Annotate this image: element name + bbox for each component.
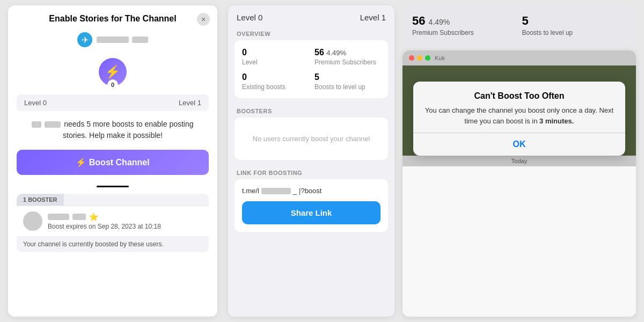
center-panel: Level 0 Level 1 OVERVIEW 0 Level 56 4.49… (228, 5, 394, 317)
alert-dialog: Can't Boost Too Often You can change the… (413, 82, 625, 156)
share-link-button[interactable]: Share Link (242, 201, 380, 224)
overview-item-premium: 56 4.49% Premium Subscribers (314, 48, 380, 66)
stat-boosts-value: 5 (522, 14, 627, 28)
traffic-light-yellow (417, 55, 422, 61)
link-separator: _ (293, 187, 297, 195)
overview-level-value: 0 (242, 48, 308, 57)
overview-level-label: Level (242, 58, 308, 66)
close-button[interactable]: × (197, 13, 210, 26)
stat-block-boosts: 5 Boosts to level up (522, 14, 627, 36)
stat-premium-value: 56 4.49% (412, 14, 517, 28)
booster-info: ⭐ Boost expires on Sep 28, 2023 at 10:18 (48, 213, 202, 230)
booster-tag: 1 BOOSTER (17, 194, 64, 206)
link-channel-redacted (261, 188, 291, 194)
right-panel: 56 4.49% Premium Subscribers 5 Boosts to… (400, 0, 644, 322)
booster-section: 1 BOOSTER ⭐ Boost expires on Sep 28, 202… (17, 194, 209, 252)
alert-body: You can change the channel you boost onl… (422, 105, 617, 133)
booster-item: ⭐ Boost expires on Sep 28, 2023 at 10:18 (17, 206, 209, 236)
channel-name-bar (97, 36, 148, 43)
boost-icon-container: ⚡ 0 (99, 54, 127, 99)
boost-channel-button[interactable]: ⚡ Boost Channel (17, 150, 209, 175)
center-level-left: Level 0 (237, 13, 262, 22)
traffic-light-red (409, 55, 414, 61)
link-prefix: t.me/l (242, 187, 259, 195)
channel-name-redacted (97, 36, 129, 43)
needs-boost-text: needs 5 more boosts to enable posting st… (8, 111, 217, 143)
booster-name-redacted-2 (72, 214, 86, 220)
boosters-card: No users currently boost your channel (235, 118, 388, 160)
boosters-label: BOOSTERS (228, 105, 394, 118)
booster-expire: Boost expires on Sep 28, 2023 at 10:18 (48, 223, 202, 230)
overview-card: 0 Level 56 4.49% Premium Subscribers 0 E… (235, 40, 388, 98)
alert-ok-button[interactable]: OK (422, 133, 617, 156)
overview-premium-label: Premium Subscribers (314, 58, 380, 66)
center-level-right: Level 1 (360, 13, 386, 22)
level-left-label: Level 0 (24, 99, 47, 107)
left-panel-title: Enable Stories for The Channel (49, 14, 176, 24)
channel-logo-icon: ✈ (77, 32, 92, 47)
left-panel-header: Enable Stories for The Channel × (8, 5, 217, 29)
cant-boost-card: Kuk Can't Boost Too Often You can change… (402, 50, 636, 317)
link-card: t.me/l _ |?boost Share Link (235, 179, 388, 232)
stat-boosts-label: Boosts to level up (522, 29, 627, 36)
boost-icon-wrapper: ⚡ 0 (8, 54, 217, 99)
link-display: t.me/l _ |?boost (242, 187, 380, 195)
traffic-light-green (425, 55, 430, 61)
overview-boosts-value: 0 (242, 72, 308, 82)
overview-item-levelup: 5 Boosts to level up (314, 72, 380, 91)
link-label: LINK FOR BOOSTING (228, 166, 394, 179)
divider (97, 186, 129, 187)
overview-levelup-label: Boosts to level up (314, 83, 380, 91)
traffic-lights (409, 55, 430, 61)
ios-today: Today (402, 156, 636, 166)
left-panel: Enable Stories for The Channel × ✈ ⚡ 0 L… (8, 5, 217, 317)
overview-item-boosts: 0 Existing boosts (242, 72, 308, 91)
window-url: Kuk (435, 55, 445, 61)
overview-item-level: 0 Level (242, 48, 308, 66)
channel-handle-redacted (132, 36, 148, 43)
window-chrome: Kuk (402, 50, 636, 65)
overview-grid: 0 Level 56 4.49% Premium Subscribers 0 E… (242, 48, 380, 91)
link-suffix: |?boost (299, 187, 321, 195)
overview-levelup-value: 5 (314, 72, 380, 82)
stats-card: 56 4.49% Premium Subscribers 5 Boosts to… (402, 5, 636, 45)
booster-name-redacted-1 (48, 214, 69, 220)
star-icon: ⭐ (89, 213, 98, 221)
boosters-empty: No users currently boost your channel (242, 125, 380, 152)
stat-block-premium: 56 4.49% Premium Subscribers (412, 14, 517, 36)
channel-info: ✈ (8, 29, 217, 54)
stat-premium-label: Premium Subscribers (412, 29, 517, 36)
booster-name-row: ⭐ (48, 213, 202, 221)
overview-premium-value: 56 4.49% (314, 48, 380, 57)
overview-label: OVERVIEW (228, 27, 394, 40)
alert-title: Can't Boost Too Often (422, 91, 617, 101)
booster-footer: Your channel is currently boosted by the… (17, 236, 209, 252)
level-right-label: Level 1 (179, 99, 201, 107)
center-level-bar: Level 0 Level 1 (228, 5, 394, 27)
cant-boost-background: Can't Boost Too Often You can change the… (402, 65, 636, 156)
boost-count-badge: 0 (107, 79, 118, 90)
overview-boosts-label: Existing boosts (242, 83, 308, 91)
booster-avatar (23, 211, 42, 231)
